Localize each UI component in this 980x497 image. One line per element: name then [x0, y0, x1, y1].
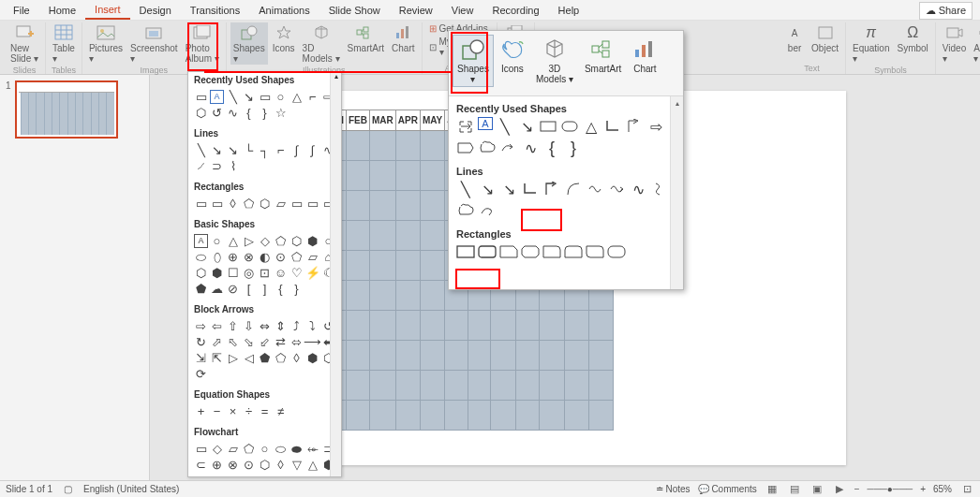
table-row[interactable] — [319, 310, 614, 340]
symbol-button[interactable]: ΩSymbol — [894, 22, 930, 54]
shape-icon[interactable]: ⇔ — [258, 319, 272, 333]
shape-icon[interactable]: ↘ — [499, 180, 518, 198]
shape-icon[interactable]: ╲ — [496, 117, 514, 136]
shape-icon[interactable] — [607, 242, 626, 261]
shape-icon[interactable]: ⬠ — [242, 442, 256, 456]
zoom-out-button[interactable]: − — [854, 484, 860, 494]
shape-icon[interactable]: ◐ — [258, 250, 272, 264]
shape-icon[interactable]: ⬄ — [290, 335, 304, 349]
shape-icon[interactable]: ∫ — [305, 143, 319, 157]
shape-icon[interactable]: ▭ — [194, 442, 208, 456]
shape-icon[interactable]: ⬭ — [258, 474, 272, 477]
tab-design[interactable]: Design — [130, 2, 181, 19]
shape-icon[interactable]: ╲ — [456, 180, 475, 198]
shape-icon[interactable]: ⬟ — [258, 351, 272, 365]
tab-slideshow[interactable]: Slide Show — [319, 2, 390, 19]
shape-icon[interactable]: ↘ — [478, 180, 497, 198]
shape-icon[interactable]: ◐ — [305, 474, 319, 477]
shapes-button[interactable]: Shapes ▾ — [230, 22, 268, 65]
shape-icon[interactable] — [542, 242, 561, 261]
shape-icon[interactable]: ◁ — [242, 351, 256, 365]
shape-icon[interactable]: ⊙ — [274, 250, 288, 264]
shape-icon[interactable]: A — [210, 90, 224, 104]
shape-icon[interactable]: ⬠ — [274, 234, 288, 248]
shape-icon[interactable]: ◎ — [242, 266, 256, 280]
shape-icon[interactable]: ≠ — [274, 404, 288, 418]
shape-icon[interactable]: ⊡ — [226, 474, 240, 477]
shape-icon[interactable]: ⬠ — [242, 197, 256, 211]
shape-icon[interactable]: ⬢ — [305, 351, 319, 365]
spell-check-icon[interactable]: ▢ — [64, 484, 72, 494]
shape-icon[interactable]: ╲ — [226, 90, 240, 104]
shape-icon[interactable] — [586, 180, 604, 198]
shape-icon[interactable]: ▭ — [194, 197, 208, 211]
tab-home[interactable]: Home — [39, 2, 85, 19]
shape-icon[interactable]: A — [478, 117, 493, 130]
table-row[interactable] — [319, 370, 614, 400]
shape-icon[interactable] — [478, 201, 497, 220]
shape-icon[interactable]: ▷ — [242, 234, 256, 248]
shape-icon[interactable]: ⬠ — [290, 250, 304, 264]
equation-button[interactable]: πEquation ▾ — [850, 22, 892, 65]
shape-icon[interactable] — [560, 117, 579, 136]
tab-recording[interactable]: Recording — [483, 2, 548, 19]
shape-icon[interactable]: ↘ — [517, 117, 536, 136]
shape-icon[interactable]: ⟋ — [194, 159, 208, 173]
shape-icon[interactable]: ○ — [274, 90, 288, 104]
shape-icon[interactable]: △ — [305, 458, 319, 472]
shape-icon[interactable]: ▭ — [305, 197, 319, 211]
shape-icon[interactable]: ⬃ — [258, 335, 272, 349]
shape-icon[interactable]: ↺ — [210, 106, 224, 120]
shape-icon[interactable] — [607, 180, 626, 198]
shape-icon[interactable]: ☺ — [274, 266, 288, 280]
screenshot-button[interactable]: Screenshot ▾ — [127, 22, 181, 65]
shape-icon[interactable]: ↘ — [226, 143, 240, 157]
shape-icon[interactable]: ∿ — [226, 106, 240, 120]
shape-icon[interactable]: ▭ — [290, 197, 304, 211]
chart-button[interactable]: Chart — [389, 22, 417, 54]
shape-icon[interactable]: ⇲ — [194, 351, 208, 365]
zoom-slider[interactable]: ───●─── — [868, 484, 913, 494]
shape-icon[interactable]: ⬡ — [194, 106, 208, 120]
text-button[interactable]: Aber — [782, 22, 807, 54]
popup-chart-button[interactable]: Chart — [628, 35, 661, 77]
shape-icon[interactable]: ⬂ — [242, 335, 256, 349]
shape-icon[interactable]: ⇨ — [646, 117, 665, 136]
shape-icon[interactable]: ⬡ — [258, 197, 272, 211]
rectangle-icon[interactable] — [456, 242, 475, 261]
shape-icon[interactable] — [564, 180, 583, 198]
reading-view-icon[interactable]: ▣ — [809, 483, 824, 496]
photo-album-button[interactable]: Photo Album ▾ — [183, 22, 222, 65]
shape-icon[interactable]: ↘ — [210, 143, 224, 157]
shape-icon[interactable]: ⬁ — [226, 335, 240, 349]
shape-icon[interactable]: ⊗ — [242, 250, 256, 264]
shape-icon[interactable]: △ — [582, 117, 601, 136]
shape-icon[interactable]: ⬢ — [305, 234, 319, 248]
shape-icon[interactable]: ⬯ — [210, 250, 224, 264]
rounded-rectangle-icon[interactable] — [478, 242, 497, 261]
shape-icon[interactable]: ☐ — [226, 266, 240, 280]
table-row[interactable] — [319, 340, 614, 370]
pictures-button[interactable]: Pictures ▾ — [86, 22, 126, 65]
shape-icon[interactable]: [ — [242, 282, 256, 296]
shape-icon[interactable]: ⊘ — [210, 474, 224, 477]
shape-icon[interactable] — [499, 242, 518, 261]
zoom-level[interactable]: 65% — [933, 484, 952, 494]
shape-icon[interactable]: ⊘ — [226, 282, 240, 296]
shape-icon[interactable]: ⊃ — [210, 159, 224, 173]
shape-icon[interactable]: + — [194, 404, 208, 418]
shape-icon[interactable]: ▭ — [258, 90, 272, 104]
shape-icon[interactable]: ○ — [258, 442, 272, 456]
shape-icon[interactable]: ∿ — [629, 180, 647, 198]
normal-view-icon[interactable]: ▦ — [765, 483, 780, 496]
shape-icon[interactable]: ⊗ — [226, 458, 240, 472]
shape-icon[interactable]: ◊ — [226, 197, 240, 211]
tab-review[interactable]: Review — [390, 2, 442, 19]
shape-icon[interactable]: ☆ — [274, 106, 288, 120]
shape-icon[interactable] — [625, 117, 644, 136]
shape-icon[interactable]: ▭ — [194, 90, 208, 104]
tab-view[interactable]: View — [442, 2, 483, 19]
shape-icon[interactable]: ┐ — [258, 143, 272, 157]
popup-icons-button[interactable]: Icons — [496, 35, 529, 77]
shape-icon[interactable]: ⟶ — [305, 335, 319, 349]
